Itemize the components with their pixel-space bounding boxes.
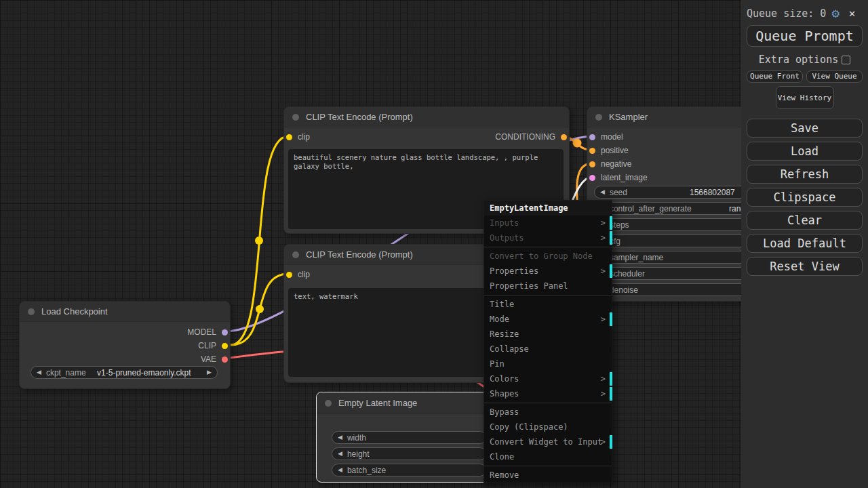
input-port-clip[interactable]: clip (286, 269, 310, 280)
output-port-vae[interactable]: VAE (201, 354, 228, 365)
port-dot-conditioning[interactable] (561, 134, 567, 140)
prev-value-arrow-icon[interactable]: ◀ (338, 467, 342, 473)
load-default-button[interactable]: Load Default (747, 234, 863, 253)
widget-cfg[interactable]: ◀ cfg (594, 235, 764, 247)
port-dot-latent[interactable] (589, 175, 595, 181)
menu-item-bypass[interactable]: Bypass (484, 405, 612, 420)
queue-size-label: Queue size: 0 (747, 7, 826, 20)
settings-gear-icon[interactable]: ⚙ (831, 7, 839, 20)
node-title: CLIP Text Encode (Prompt) (306, 112, 413, 122)
port-dot-model[interactable] (589, 134, 595, 140)
node-title: CLIP Text Encode (Prompt) (306, 249, 413, 260)
menu-item-clone[interactable]: Clone (484, 449, 612, 464)
menu-item-resize[interactable]: Resize (484, 327, 612, 342)
widget-scheduler[interactable]: ◀ scheduler (594, 267, 764, 280)
prev-value-arrow-icon[interactable]: ◀ (338, 451, 342, 457)
menu-item-mode[interactable]: Mode (484, 312, 612, 327)
next-value-arrow-icon[interactable]: ▶ (207, 369, 212, 375)
node-title: KSampler (609, 112, 648, 122)
port-dot-vae[interactable] (222, 357, 228, 363)
context-menu: EmptyLatentImage Inputs Outputs Convert … (484, 200, 612, 483)
link-dot[interactable] (256, 305, 264, 313)
node-title-bar[interactable]: Empty Latent Image (317, 392, 494, 414)
clear-button[interactable]: Clear (747, 211, 863, 230)
menu-item-outputs[interactable]: Outputs (484, 230, 612, 245)
input-port-latent-image[interactable]: latent_image (589, 172, 648, 183)
prev-value-arrow-icon[interactable]: ◀ (338, 434, 342, 441)
view-queue-button[interactable]: View Queue (806, 70, 863, 83)
refresh-button[interactable]: Refresh (747, 165, 863, 184)
port-dot-clip[interactable] (222, 343, 228, 349)
menu-item-properties-panel[interactable]: Properties Panel (484, 279, 612, 293)
load-button[interactable]: Load (747, 142, 863, 161)
comfyui-canvas[interactable]: { "colors": { "clip": "#FFD500", "condit… (0, 0, 868, 488)
link-dot[interactable] (255, 237, 263, 245)
view-history-button[interactable]: View History (776, 86, 834, 109)
extra-options-checkbox[interactable] (842, 56, 850, 64)
queue-front-button[interactable]: Queue Front (747, 70, 803, 83)
port-dot-model[interactable] (222, 329, 228, 336)
widget-seed[interactable]: ◀ seed 1566802087 (594, 186, 764, 199)
clipspace-button[interactable]: Clipspace (747, 188, 863, 207)
widget-batch-size[interactable]: ◀ batch_size (332, 464, 486, 476)
context-menu-title: EmptyLatentImage (484, 201, 612, 216)
prev-value-arrow-icon[interactable]: ◀ (37, 369, 41, 375)
menu-separator (484, 295, 612, 296)
menu-item-remove[interactable]: Remove (484, 468, 612, 483)
node-title: Load Checkpoint (41, 306, 108, 317)
save-button[interactable]: Save (747, 119, 863, 138)
input-port-positive[interactable]: positive (589, 145, 629, 156)
widget-width[interactable]: ◀ width (332, 431, 486, 444)
port-dot-clip[interactable] (286, 134, 292, 140)
menu-item-copy-clipspace[interactable]: Copy (Clipspace) (484, 420, 612, 434)
comfy-menu-panel: Queue size: 0 ⚙ ✕ Queue Prompt Extra opt… (741, 0, 868, 488)
collapse-dot-icon[interactable] (292, 251, 299, 258)
widget-denoise[interactable]: ◀ denoise (594, 283, 764, 296)
widget-sampler-name[interactable]: ◀ sampler_name (594, 251, 764, 264)
collapse-dot-icon[interactable] (292, 114, 299, 121)
collapse-dot-icon[interactable] (595, 114, 602, 121)
node-title: Empty Latent Image (338, 398, 417, 408)
widget-ckpt-name[interactable]: ◀ ckpt_name v1-5-pruned-emaonly.ckpt ▶ (31, 366, 218, 379)
node-title-bar[interactable]: Load Checkpoint (20, 302, 230, 322)
link-dot[interactable] (573, 139, 582, 148)
menu-separator (484, 403, 612, 403)
menu-item-properties[interactable]: Properties (484, 264, 612, 279)
menu-separator (484, 247, 612, 247)
input-port-model[interactable]: model (589, 131, 623, 142)
extra-options-label: Extra options (759, 54, 838, 66)
menu-item-convert-widget-to-input[interactable]: Convert Widget to Input (484, 434, 612, 449)
close-icon[interactable]: ✕ (849, 7, 856, 20)
node-empty-latent-image[interactable]: Empty Latent Image ◀ width ◀ height ◀ ba… (316, 392, 495, 483)
widget-steps[interactable]: ◀ steps (594, 218, 764, 231)
reset-view-button[interactable]: Reset View (747, 257, 863, 276)
output-port-conditioning[interactable]: CONDITIONING (495, 131, 567, 142)
prev-value-arrow-icon[interactable]: ◀ (600, 189, 605, 195)
menu-item-title[interactable]: Title (484, 297, 612, 312)
input-port-clip[interactable]: clip (286, 131, 310, 142)
input-port-negative[interactable]: negative (589, 159, 631, 169)
node-title-bar[interactable]: CLIP Text Encode (Prompt) (284, 107, 569, 127)
widget-height[interactable]: ◀ height (332, 447, 486, 460)
menu-separator (484, 466, 612, 466)
menu-item-pin[interactable]: Pin (484, 357, 612, 371)
menu-item-colors[interactable]: Colors (484, 371, 612, 386)
menu-item-shapes[interactable]: Shapes (484, 386, 612, 401)
menu-item-collapse[interactable]: Collapse (484, 342, 612, 357)
menu-item-inputs[interactable]: Inputs (484, 216, 612, 230)
collapse-dot-icon[interactable] (28, 308, 35, 315)
port-dot-clip[interactable] (286, 272, 292, 278)
widget-control-after-generate[interactable]: ◀ control_after_generate randomize (594, 202, 764, 215)
node-load-checkpoint[interactable]: Load Checkpoint MODEL CLIP VAE ◀ ckpt_na… (19, 301, 231, 389)
queue-prompt-button[interactable]: Queue Prompt (747, 25, 863, 47)
output-port-model[interactable]: MODEL (187, 327, 228, 338)
menu-item-convert-to-group-node[interactable]: Convert to Group Node (484, 249, 612, 264)
collapse-dot-icon[interactable] (325, 400, 332, 407)
port-dot-conditioning[interactable] (589, 148, 595, 154)
port-dot-conditioning[interactable] (589, 161, 595, 167)
output-port-clip[interactable]: CLIP (198, 340, 228, 351)
